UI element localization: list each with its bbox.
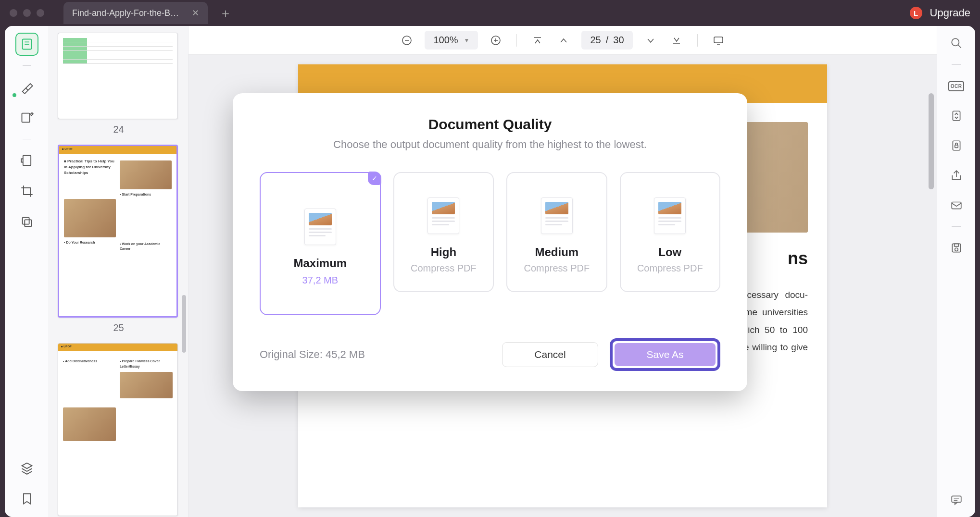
titlebar-right: L Upgrade [910,7,970,19]
quality-sub: Compress PDF [637,263,703,274]
modal-footer: Original Size: 45,2 MB Cancel Save As [260,338,720,371]
quality-name: Low [658,246,681,259]
upgrade-button[interactable]: Upgrade [930,7,970,19]
avatar-letter: L [914,9,918,17]
quality-option-low[interactable]: Low Compress PDF [620,172,720,292]
document-tab[interactable]: Find-and-Apply-For-the-B… ✕ [63,2,208,24]
quality-sub: Compress PDF [524,263,590,274]
quality-option-high[interactable]: High Compress PDF [393,172,494,292]
window-controls [10,9,44,17]
quality-name: Maximum [293,257,347,270]
app-body: 24 ■ UPDF ■ Practical Tips to Help You i… [5,26,975,517]
titlebar: Find-and-Apply-For-the-B… ✕ ＋ L Upgrade [0,0,980,26]
close-window-button[interactable] [10,9,17,17]
quality-option-medium[interactable]: Medium Compress PDF [506,172,607,292]
original-size-label: Original Size: 45,2 MB [260,348,365,361]
quality-thumb-icon [304,209,336,245]
quality-thumb-icon [541,197,573,234]
quality-name: High [431,246,456,259]
close-tab-icon[interactable]: ✕ [192,8,199,18]
modal-backdrop: Document Quality Choose the output docum… [5,26,975,517]
quality-size: 37,2 MB [302,275,338,286]
quality-options: ✓ Maximum 37,2 MB High Compress PDF [260,172,720,315]
modal-title: Document Quality [260,116,720,133]
cancel-button[interactable]: Cancel [502,342,598,367]
check-icon: ✓ [368,172,381,185]
save-as-highlight: Save As [610,338,720,371]
quality-sub: Compress PDF [411,263,477,274]
quality-thumb-icon [654,197,686,234]
quality-name: Medium [535,246,579,259]
tab-title: Find-and-Apply-For-the-B… [72,8,179,18]
document-quality-modal: Document Quality Choose the output docum… [233,93,747,391]
new-tab-button[interactable]: ＋ [219,5,232,22]
minimize-window-button[interactable] [23,9,31,17]
modal-subtitle: Choose the output document quality from … [260,138,720,151]
avatar[interactable]: L [910,7,922,19]
quality-thumb-icon [427,197,459,234]
save-as-button[interactable]: Save As [615,343,716,366]
quality-option-maximum[interactable]: ✓ Maximum 37,2 MB [260,172,381,315]
maximize-window-button[interactable] [37,9,44,17]
